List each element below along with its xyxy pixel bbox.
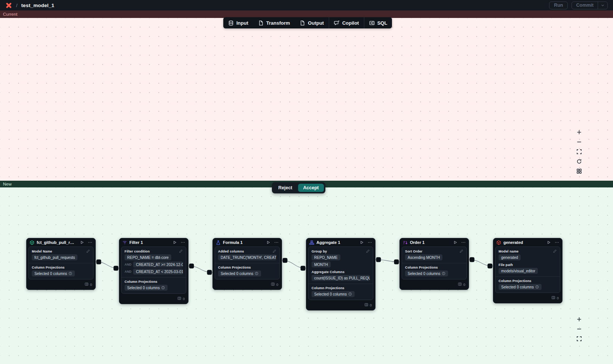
node-menu-icon[interactable] — [274, 240, 279, 245]
zoom-out-icon[interactable] — [576, 326, 582, 332]
value-pill[interactable]: Selected 0 columns — [499, 284, 542, 290]
node-menu-icon[interactable] — [181, 240, 185, 245]
node-title: Order 1 — [410, 240, 449, 245]
edit-pencil-icon[interactable] — [272, 249, 276, 253]
output-port[interactable] — [96, 260, 101, 264]
node-aggregate-1[interactable]: Aggregate 1Group byREPO_NAMEMONTHAggrega… — [306, 238, 376, 311]
value-pill[interactable]: REPO_NAME = dbt-core — [125, 254, 171, 260]
info-icon[interactable] — [68, 272, 72, 275]
node-menu-icon[interactable] — [88, 240, 92, 245]
node-title: Formula 1 — [223, 240, 262, 245]
node-menu-icon[interactable] — [461, 240, 466, 245]
value-pill[interactable]: count(ISSUE_ID) as PULL_REQUEST_… — [312, 275, 370, 281]
toolbar-transform-button[interactable]: Transform — [253, 17, 295, 28]
current-canvas-controls — [576, 129, 582, 174]
edit-pencil-icon[interactable] — [459, 249, 463, 253]
layout-grid-icon[interactable] — [576, 168, 582, 174]
sort-icon — [403, 240, 408, 245]
output-port[interactable] — [470, 257, 475, 262]
node-order-1[interactable]: Order 1Sort OrderAscending MONTHColumn P… — [399, 238, 469, 290]
info-icon[interactable] — [161, 286, 165, 290]
pill-text: REPO_NAME — [314, 256, 338, 260]
toolbar-input-button[interactable]: Input — [223, 17, 253, 28]
fit-view-icon[interactable] — [576, 149, 582, 155]
edit-pencil-icon[interactable] — [366, 249, 370, 253]
node-formula-1[interactable]: Formula 1Added columnsDATE_TRUNC('MONTH'… — [212, 238, 282, 290]
info-icon[interactable] — [535, 285, 539, 289]
edit-pencil-icon[interactable] — [553, 249, 557, 253]
node-title: Aggregate 1 — [316, 240, 356, 245]
value-pill[interactable]: Selected 0 columns — [312, 291, 355, 297]
model-cube-icon — [496, 240, 501, 245]
pill-row: MONTH — [312, 261, 370, 267]
toolbar-item-label: Copilot — [342, 20, 359, 26]
value-pill[interactable]: Selected 0 columns — [32, 270, 75, 276]
columns-icon — [364, 302, 368, 308]
node-section: File pathmodels/visual_editor — [499, 263, 557, 274]
node-menu-icon[interactable] — [555, 240, 559, 245]
row-count: 0 — [90, 282, 92, 287]
input-port[interactable] — [207, 270, 212, 275]
output-port[interactable] — [283, 258, 288, 263]
toolbar-copilot-button[interactable]: Copilot — [329, 17, 364, 28]
refresh-icon[interactable] — [576, 158, 582, 165]
node-generated[interactable]: generatedModel namegeneratedFile pathmod… — [493, 238, 563, 303]
fit-view-icon[interactable] — [576, 336, 582, 342]
zoom-in-icon[interactable] — [576, 316, 582, 322]
pill-row: REPO_NAME = dbt-core — [125, 254, 183, 260]
input-port[interactable] — [488, 264, 493, 269]
toolbar-output-button[interactable]: Output — [295, 17, 329, 28]
pill-text: REPO_NAME = dbt-core — [127, 256, 169, 260]
run-node-icon[interactable] — [172, 240, 177, 245]
value-pill[interactable]: DATE_TRUNC('MONTH', CREATED_AT… — [218, 254, 276, 260]
commit-dropdown-button[interactable] — [598, 2, 607, 9]
output-port[interactable] — [376, 257, 381, 262]
input-port[interactable] — [301, 266, 306, 271]
zoom-in-icon[interactable] — [576, 129, 582, 135]
node-filter-1[interactable]: Filter 1Filter conditionREPO_NAME = dbt-… — [119, 238, 189, 304]
output-port[interactable] — [189, 264, 194, 269]
visual-editor-app: / test_model_1 Run Commit Current Input … — [0, 0, 613, 364]
toolbar-sql-button[interactable]: SQL — [364, 17, 392, 28]
value-pill[interactable]: MONTH — [312, 261, 331, 267]
run-node-icon[interactable] — [80, 240, 84, 245]
node-fct-github-pull-requests[interactable]: fct_github_pull_requestsModel Namefct_gi… — [26, 238, 96, 290]
zoom-out-icon[interactable] — [576, 139, 582, 145]
input-port[interactable] — [394, 260, 399, 264]
run-node-icon[interactable] — [266, 240, 270, 245]
node-header: Aggregate 1 — [306, 238, 375, 247]
node-menu-icon[interactable] — [368, 240, 372, 245]
run-node-icon[interactable] — [453, 240, 457, 245]
condition-conjunction: AND — [125, 270, 131, 273]
value-pill[interactable]: CREATED_AT < 2025-03-01 — [133, 269, 183, 275]
value-pill[interactable]: CREATED_AT >= 2024-12-01 — [133, 261, 183, 267]
info-icon[interactable] — [348, 292, 352, 296]
value-pill[interactable]: Ascending MONTH — [405, 254, 442, 260]
run-node-icon[interactable] — [546, 240, 551, 245]
edit-pencil-icon[interactable] — [179, 249, 183, 253]
pill-text: fct_github_pull_requests — [34, 256, 75, 260]
dbt-logo-icon[interactable] — [5, 2, 12, 9]
edit-pencil-icon[interactable] — [86, 249, 90, 253]
section-label: Model Name — [32, 250, 52, 253]
flask-icon — [216, 240, 221, 245]
info-icon[interactable] — [255, 272, 258, 275]
value-pill[interactable]: REPO_NAME — [312, 254, 340, 260]
value-pill[interactable]: Selected 0 columns — [125, 285, 168, 291]
run-button[interactable]: Run — [549, 1, 568, 9]
value-pill[interactable]: Selected 0 columns — [218, 270, 261, 276]
value-pill[interactable]: generated — [499, 254, 521, 260]
value-pill[interactable]: fct_github_pull_requests — [32, 254, 77, 260]
input-port[interactable] — [114, 266, 119, 271]
section-label: Sort Order — [405, 250, 423, 253]
section-divider — [122, 277, 186, 278]
info-icon[interactable] — [442, 272, 445, 275]
value-pill[interactable]: Selected 0 columns — [405, 270, 448, 276]
accept-button[interactable]: Accept — [298, 184, 324, 192]
reject-button[interactable]: Reject — [273, 184, 297, 192]
run-node-icon[interactable] — [359, 240, 364, 245]
pill-row: ANDCREATED_AT < 2025-03-01 — [125, 269, 183, 275]
current-canvas[interactable] — [0, 18, 613, 181]
commit-button[interactable]: Commit — [572, 2, 598, 9]
value-pill[interactable]: models/visual_editor — [499, 268, 538, 274]
